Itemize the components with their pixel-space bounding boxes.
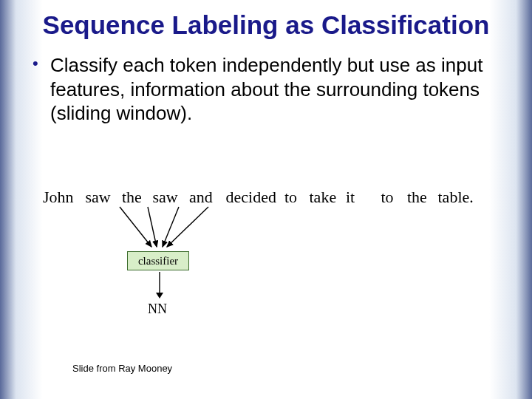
output-arrow-icon [155,272,164,300]
token-decided: decided [226,188,281,207]
svg-line-3 [167,207,208,247]
classifier-box: classifier [127,251,189,270]
slide: Sequence Labeling as Classification Clas… [0,0,532,399]
token-and: and [189,188,222,207]
bullet-item: Classify each token independently but us… [28,53,510,126]
bullet-list: Classify each token independently but us… [22,53,510,126]
footer-credit: Slide from Ray Mooney [72,363,172,374]
sentence: John saw the saw and decided to take it … [43,188,516,207]
token-to-1: to [284,188,305,207]
token-table: table. [438,188,478,207]
output-label: NN [148,301,167,317]
token-it: it [346,188,377,207]
svg-line-2 [163,207,179,247]
token-to-2: to [381,188,403,207]
token-saw-2: saw [153,188,185,207]
token-the-2: the [407,188,434,207]
slide-title: Sequence Labeling as Classification [22,10,510,40]
svg-line-0 [120,207,151,247]
svg-line-1 [148,207,157,247]
token-john: John [43,188,81,207]
token-saw-1: saw [86,188,118,207]
token-the-1: the [122,188,149,207]
context-arrows-icon [111,205,214,250]
token-take: take [310,188,342,207]
